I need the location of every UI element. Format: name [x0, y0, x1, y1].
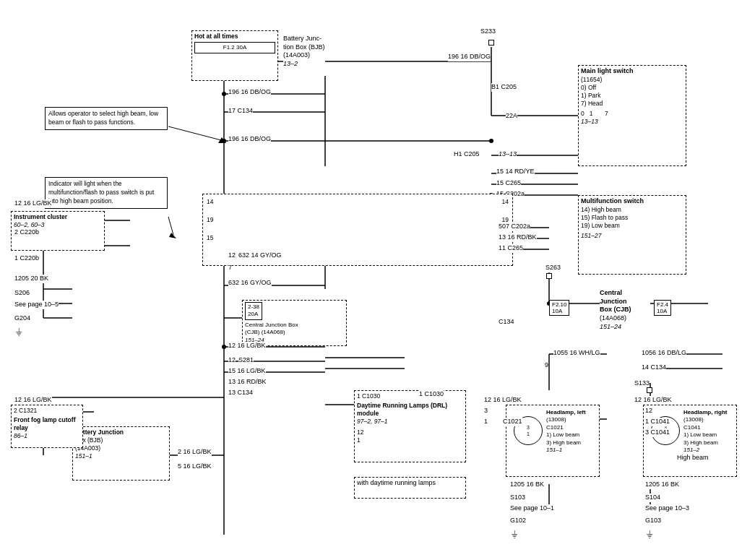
s133-label: S133: [634, 379, 650, 388]
wire-12-lggbk-cjb: 12 16 LG/BK: [228, 342, 266, 350]
wire-196-db-og-1: 196 16 DB/OG: [228, 88, 271, 97]
wire-13-rdbk-2: 13 16 RD/BK: [228, 378, 267, 387]
wire-12-s133: 12: [645, 407, 652, 415]
fuse-f12: F1.2 30A: [194, 42, 275, 53]
wire-1056-dbllg: 1056 16 DB/LG: [642, 349, 686, 358]
annotation-high-beam-select: Allows operator to select high beam, low…: [45, 107, 168, 130]
b1-c205: B1 C205: [491, 83, 517, 92]
wire-3-hl: 3: [484, 407, 488, 415]
wire-5-lggbk-bjb: 5 16 LG/BK: [178, 462, 212, 471]
g103-label: G103: [645, 517, 661, 525]
svg-line-62: [168, 126, 224, 141]
wire-14-c134: 14 C134: [642, 363, 666, 372]
main-light-switch: Main light switch (11654) 0) Off 1) Park…: [578, 65, 686, 166]
svg-marker-63: [218, 137, 226, 143]
h1-c205: H1 C205: [454, 150, 480, 159]
wire-13-rdlbk: 13 16 RD/BK: [499, 233, 537, 242]
wire-632-gyog-1: 632 14 GY/OG: [238, 251, 282, 260]
svg-point-59: [489, 139, 493, 143]
headlamp-right: 31 Headlamp, right (13008) C1041 1) Low …: [643, 405, 737, 477]
wire-7: 7: [228, 264, 232, 272]
s103-label: S103: [510, 494, 525, 502]
fog-cutoff-relay: 2 C1321 Front fog lamp cutoff relay 86–1: [11, 405, 83, 448]
svg-line-64: [168, 217, 173, 235]
s233-dot: [488, 40, 494, 46]
cjb-left: 2-3820A Central Junction Box (CJB) (14A0…: [242, 300, 347, 346]
fuse-f2-10: F2.1010A: [549, 300, 569, 316]
wire-s206: S206: [14, 289, 30, 298]
svg-point-56: [222, 139, 226, 143]
wire-196-right: 196 16 DB/OG: [448, 53, 491, 61]
wire-see-page-10-5: See page 10–5: [14, 301, 59, 309]
c134-right: C134: [499, 318, 514, 327]
cjb-right-label: Central Junction Box (CJB) (14A068) 151–…: [600, 289, 631, 331]
s133-dot: [647, 387, 652, 393]
f2-4-area: F2.410A: [654, 300, 671, 316]
wire-12-632: 12: [228, 251, 236, 260]
c1030-label: 1 C1030: [419, 390, 444, 399]
wire-12-lggbk-cluster: 12 16 LG/BK: [14, 199, 52, 208]
drl-module: 1 C1030 Daytime Running Lamps (DRL) modu…: [354, 390, 466, 462]
bjb-bottom-left: Battery Junction Box (BJB) (14A003) 151–…: [72, 426, 170, 481]
battery-junction-box-top: Hot at all times F1.2 30A: [191, 30, 278, 81]
ground-g102: ⏚: [512, 527, 517, 539]
s104-label: S104: [645, 494, 660, 502]
see-page-10-3: See page 10–3: [645, 504, 689, 513]
s263-label: S263: [545, 264, 561, 272]
wire-22a: 22A: [506, 112, 517, 121]
wire-9: 9: [545, 361, 548, 370]
ground-g103: ⏚: [647, 527, 652, 539]
wire-1-c220b: 1 C220b: [14, 254, 39, 263]
svg-point-55: [222, 92, 226, 96]
c1021-label: C1021: [503, 418, 522, 426]
wire-g204: G204: [14, 314, 30, 323]
fuse-f2-4: F2.410A: [654, 300, 671, 316]
wire-2-lggbk-bjb: 2 16 LG/BK: [178, 448, 212, 457]
wire-12-s281: 12: [228, 356, 236, 365]
see-page-10-1: See page 10–1: [510, 504, 554, 513]
wire-1-c1041: 1 C1041: [645, 418, 670, 426]
svg-point-57: [222, 345, 226, 349]
wire-1205-right: 1205 16 BK: [645, 481, 679, 489]
annotation-indicator: Indicator will light when the multifunct…: [45, 177, 168, 209]
wire-196-db-og-2: 196 16 DB/OG: [228, 135, 271, 144]
ground-g204: ⏚: [16, 325, 22, 337]
s281-label: S281: [238, 356, 254, 365]
g102-label: G102: [510, 517, 526, 525]
wire-3-c1041: 3 C1041: [645, 428, 670, 437]
wire-12-lggbk-hr: 12 16 LG/BK: [634, 396, 672, 405]
multifunction-switch-label: Multifunction switch 14) High beam 15) F…: [578, 195, 686, 275]
wire-15-c265: 15 C265: [496, 179, 521, 188]
headlamp-left: 31 Headlamp, left (13008) C1021 1) Low b…: [506, 405, 600, 477]
wire-12-lggbk-hl: 12 16 LG/BK: [484, 396, 522, 405]
s233-label: S233: [480, 27, 496, 36]
wire-13-c134: 13 C134: [228, 389, 253, 397]
svg-marker-65: [169, 233, 176, 238]
f2-10-area: F2.1010A: [549, 300, 569, 316]
wire-12-lggbk-bottom: 12 16 LG/BK: [14, 396, 52, 405]
fuse-2-38: 2-3820A: [245, 302, 262, 320]
wire-1205-left: 1205 16 BK: [510, 481, 544, 489]
bjb-top-label: Battery Junc- tion Box (BJB) (14A003) 13…: [283, 35, 325, 69]
wire-15-lggbk: 15 16 LG/BK: [228, 367, 266, 376]
wiring-diagram: Allows operator to select high beam, low…: [0, 0, 755, 560]
wire-1-hl: 1: [484, 418, 488, 426]
wire-1055-whllg: 1055 16 WH/LG: [553, 349, 600, 358]
wire-2-c220b-1: 2 C220b: [14, 228, 39, 237]
wire-1205-20bk: 1205 20 BK: [14, 275, 48, 283]
high-beam-label: High beam: [677, 454, 709, 462]
s263-dot: [546, 273, 552, 279]
wire-17-c134: 17 C134: [228, 107, 253, 116]
ref-13-13: 13–13: [499, 150, 517, 159]
wire-632-gyog-2: 632 16 GY/OG: [228, 279, 272, 288]
drl-note: with daytime running lamps: [354, 477, 466, 499]
wire-15-14-rdye: 15 14 RD/YE: [496, 168, 535, 176]
wire-11-c265: 11 C265: [499, 244, 523, 253]
wire-507-c202a: 507 C202a: [499, 223, 530, 231]
